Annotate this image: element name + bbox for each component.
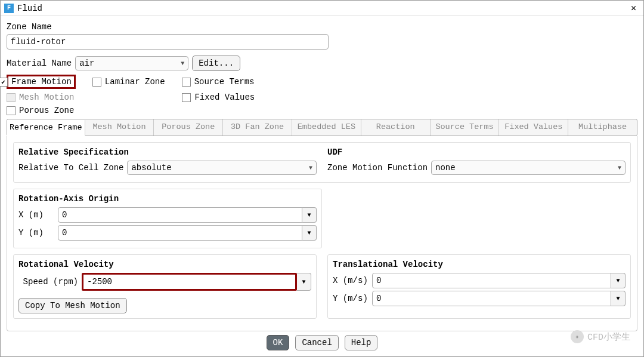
chevron-down-icon: ▼	[309, 165, 312, 171]
tab-embedded-les[interactable]: Embedded LES	[292, 119, 361, 136]
laminar-zone-label: Laminar Zone	[105, 77, 165, 87]
x-origin-drop[interactable]: ▼	[302, 207, 317, 223]
material-select[interactable]: air ▼	[75, 56, 188, 70]
fixed-values-checkbox[interactable]	[182, 93, 191, 102]
tab-source-terms[interactable]: Source Terms	[431, 119, 500, 136]
frame-motion-checkbox[interactable]	[0, 78, 8, 87]
relative-label: Relative To Cell Zone	[18, 163, 123, 173]
y-ms-label: Y (m/s)	[333, 294, 369, 303]
udf-label: Zone Motion Function	[327, 163, 428, 173]
window-title: Fluid	[17, 4, 42, 13]
tab-reaction[interactable]: Reaction	[361, 119, 431, 136]
relative-spec-title: Relative Specification	[18, 147, 317, 157]
zone-name-label: Zone Name	[7, 22, 637, 32]
x-origin-input[interactable]	[58, 207, 302, 223]
tab-multiphase[interactable]: Multiphase	[568, 119, 637, 136]
watermark: ✦ CFD小学生	[571, 330, 630, 343]
y-origin-input[interactable]	[58, 225, 302, 241]
source-terms-checkbox[interactable]	[182, 78, 191, 87]
tab-mesh-motion[interactable]: Mesh Motion	[85, 119, 154, 136]
reference-frame-panel: Relative Specification Relative To Cell …	[7, 136, 637, 331]
help-button[interactable]: Help	[345, 335, 378, 350]
udf-select[interactable]: none ▼	[431, 161, 626, 175]
chevron-down-icon: ▼	[181, 60, 184, 67]
tab-bar: Reference Frame Mesh Motion Porous Zone …	[7, 119, 637, 136]
relative-value: absolute	[131, 163, 171, 173]
cancel-button[interactable]: Cancel	[295, 335, 338, 350]
material-value: air	[79, 59, 94, 68]
mesh-motion-label: Mesh Motion	[19, 93, 74, 102]
x-m-label: X (m)	[18, 210, 54, 220]
frame-motion-highlight: Frame Motion	[7, 75, 76, 89]
tab-3d-fan-zone[interactable]: 3D Fan Zone	[223, 119, 292, 136]
tab-fixed-values[interactable]: Fixed Values	[499, 119, 568, 136]
x-velocity-input[interactable]	[372, 273, 611, 288]
fixed-values-label: Fixed Values	[194, 93, 255, 102]
translational-velocity-title: Translational Velocity	[333, 260, 626, 269]
rotation-origin-title: Rotation-Axis Origin	[18, 194, 317, 204]
x-ms-label: X (m/s)	[333, 276, 369, 285]
porous-zone-label: Porous Zone	[19, 106, 74, 115]
speed-input[interactable]	[82, 273, 297, 291]
relative-select[interactable]: absolute ▼	[127, 161, 317, 175]
y-velocity-drop[interactable]: ▼	[611, 291, 626, 306]
udf-value: none	[435, 163, 456, 173]
zone-name-input[interactable]	[7, 34, 329, 50]
y-origin-drop[interactable]: ▼	[302, 225, 317, 241]
titlebar: F Fluid ✕	[1, 1, 643, 16]
fluid-dialog: F Fluid ✕ Zone Name Material Name air ▼ …	[0, 0, 644, 357]
content: Zone Name Material Name air ▼ Edit... Fr…	[1, 16, 643, 336]
mesh-motion-checkbox	[7, 93, 16, 102]
tab-porous-zone[interactable]: Porous Zone	[154, 119, 223, 136]
frame-motion-label: Frame Motion	[11, 77, 72, 87]
footer: OK Cancel Help	[1, 335, 643, 350]
porous-zone-checkbox[interactable]	[7, 106, 16, 115]
chevron-down-icon: ▼	[618, 165, 621, 171]
material-name-label: Material Name	[7, 59, 72, 68]
y-m-label: Y (m)	[18, 228, 54, 238]
edit-button[interactable]: Edit...	[192, 56, 240, 71]
udf-title: UDF	[327, 147, 626, 157]
speed-drop[interactable]: ▼	[297, 273, 311, 291]
y-velocity-input[interactable]	[372, 291, 611, 306]
app-icon: F	[4, 4, 14, 13]
wechat-icon: ✦	[571, 330, 584, 343]
tab-reference-frame[interactable]: Reference Frame	[7, 120, 85, 136]
ok-button[interactable]: OK	[267, 335, 290, 350]
copy-to-mesh-motion-button[interactable]: Copy To Mesh Motion	[18, 298, 127, 313]
watermark-text: CFD小学生	[587, 331, 630, 343]
close-icon[interactable]: ✕	[627, 2, 640, 14]
x-velocity-drop[interactable]: ▼	[611, 273, 626, 288]
speed-label: Speed (rpm)	[18, 277, 78, 287]
source-terms-label: Source Terms	[194, 77, 255, 87]
rotational-velocity-title: Rotational Velocity	[18, 260, 311, 269]
laminar-zone-checkbox[interactable]	[92, 78, 101, 87]
